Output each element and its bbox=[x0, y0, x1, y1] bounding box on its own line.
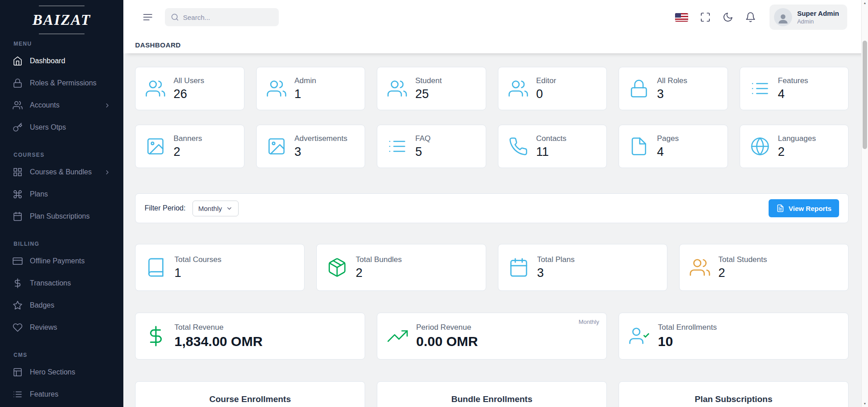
heart-icon bbox=[13, 323, 23, 332]
sidebar-item-features[interactable]: Features bbox=[6, 385, 117, 404]
topbar-actions: Super Admin Admin bbox=[675, 5, 847, 30]
stats-row-1: All Users 26 Admin 1 Student 25 Editor 0 bbox=[135, 67, 849, 110]
stats-row-3: Total Courses 1 Total Bundles 2 Total Pl… bbox=[135, 244, 849, 291]
sidebar-item-badges[interactable]: Badges bbox=[6, 296, 117, 315]
menu-icon bbox=[142, 12, 153, 23]
sidebar-item-courses-bundles[interactable]: Courses & Bundles bbox=[6, 163, 117, 182]
view-reports-button[interactable]: View Reports bbox=[769, 199, 839, 217]
sidebar-item-label: Plan Subscriptions bbox=[30, 212, 90, 220]
sidebar-item-label: Courses & Bundles bbox=[30, 168, 92, 176]
dark-mode-button[interactable] bbox=[723, 12, 733, 23]
stat-card-banners: Banners 2 bbox=[135, 125, 244, 168]
language-button[interactable] bbox=[675, 13, 688, 22]
sidebar-item-dashboard[interactable]: Dashboard bbox=[6, 51, 117, 70]
stat-value: 2 bbox=[778, 145, 816, 159]
stat-title: Pages bbox=[657, 134, 679, 143]
stat-title: FAQ bbox=[415, 134, 431, 143]
stat-card-pages: Pages 4 bbox=[619, 125, 728, 168]
notifications-button[interactable] bbox=[745, 12, 756, 23]
top-navbar: Super Admin Admin bbox=[123, 0, 868, 34]
sidebar-item-offline-payments[interactable]: Offline Payments bbox=[6, 252, 117, 271]
page-scrollbar[interactable]: ▲ ▼ bbox=[861, 0, 868, 407]
globe-icon bbox=[750, 136, 770, 156]
users-icon bbox=[387, 79, 407, 98]
dollar-icon bbox=[145, 326, 166, 346]
sidebar-item-plans[interactable]: Plans bbox=[6, 185, 117, 204]
image-icon bbox=[267, 136, 286, 156]
stat-title: Total Bundles bbox=[356, 255, 402, 264]
sidebar-item-label: Features bbox=[30, 390, 58, 398]
sidebar-item-hero-sections[interactable]: Hero Sections bbox=[6, 363, 117, 382]
user-role: Admin bbox=[797, 18, 839, 25]
stat-value: 26 bbox=[174, 87, 204, 101]
package-icon bbox=[327, 257, 347, 278]
sidebar-item-label: Roles & Permissions bbox=[30, 79, 97, 87]
stat-value: 2 bbox=[718, 266, 767, 280]
home-icon bbox=[13, 56, 23, 66]
sidebar-toggle-button[interactable] bbox=[142, 12, 153, 23]
sidebar-item-label: Transactions bbox=[30, 279, 71, 287]
stats-row-2: Banners 2 Advertisements 3 FAQ 5 Contact… bbox=[135, 125, 849, 168]
search-input[interactable] bbox=[183, 14, 273, 21]
chart-title: Plan Subscriptions bbox=[619, 394, 848, 404]
app-root: BAIZAT MENU Dashboard Roles & Permission… bbox=[0, 0, 868, 407]
user-menu[interactable]: Super Admin Admin bbox=[769, 5, 847, 30]
stat-title: Total Plans bbox=[537, 255, 575, 264]
brand-logo[interactable]: BAIZAT bbox=[39, 5, 84, 34]
sidebar-item-label: Reviews bbox=[30, 323, 57, 332]
key-icon bbox=[13, 122, 23, 132]
us-flag-icon bbox=[675, 13, 688, 22]
credit-card-icon bbox=[13, 256, 23, 266]
main-area: Super Admin Admin DASHBOARD All Users 26 bbox=[123, 0, 868, 407]
sidebar-item-label: Offline Payments bbox=[30, 257, 85, 265]
sidebar-item-transactions[interactable]: Transactions bbox=[6, 274, 117, 293]
stat-value: 1 bbox=[295, 87, 316, 101]
sidebar-item-accounts[interactable]: Accounts bbox=[6, 96, 117, 115]
filter-period-select[interactable]: Monthly bbox=[192, 201, 239, 216]
stat-card-all-roles: All Roles 3 bbox=[619, 67, 728, 110]
stat-value: 10 bbox=[658, 334, 717, 349]
stat-title: Banners bbox=[174, 134, 202, 143]
users-icon bbox=[690, 257, 710, 278]
stat-title: Editor bbox=[536, 76, 556, 85]
stat-title: Total Courses bbox=[174, 255, 221, 264]
stat-title: Student bbox=[415, 76, 442, 85]
fullscreen-button[interactable] bbox=[700, 12, 711, 23]
search-box[interactable] bbox=[165, 8, 279, 26]
sidebar-item-label: Plans bbox=[30, 190, 48, 198]
layout-icon bbox=[13, 367, 23, 377]
stat-value: 25 bbox=[415, 87, 442, 101]
stat-title: Period Revenue bbox=[416, 323, 478, 332]
stat-value: 3 bbox=[295, 145, 347, 159]
sidebar-item-reviews[interactable]: Reviews bbox=[6, 318, 117, 337]
calendar-icon bbox=[13, 211, 23, 221]
scroll-up-arrow[interactable]: ▲ bbox=[862, 1, 868, 5]
sidebar-item-plan-subscriptions[interactable]: Plan Subscriptions bbox=[6, 207, 117, 226]
file-text-icon bbox=[776, 204, 784, 212]
sidebar-item-label: Badges bbox=[30, 301, 54, 309]
stat-card-total-bundles: Total Bundles 2 bbox=[316, 244, 486, 291]
stat-card-features: Features 4 bbox=[740, 67, 849, 110]
scrollbar-thumb[interactable] bbox=[863, 41, 867, 149]
user-icon bbox=[777, 12, 789, 25]
stat-card-all-users: All Users 26 bbox=[135, 67, 244, 110]
users-icon bbox=[267, 79, 286, 98]
period-badge: Monthly bbox=[578, 318, 599, 325]
stat-card-editor: Editor 0 bbox=[498, 67, 607, 110]
dollar-icon bbox=[13, 278, 23, 288]
stat-card-student: Student 25 bbox=[377, 67, 486, 110]
users-icon bbox=[508, 79, 528, 98]
scroll-down-arrow[interactable]: ▼ bbox=[862, 402, 868, 406]
sidebar-item-users-otps[interactable]: Users Otps bbox=[6, 118, 117, 137]
list-icon bbox=[387, 136, 407, 156]
stat-title: Advertisements bbox=[295, 134, 347, 143]
stat-value: 2 bbox=[174, 145, 202, 159]
stat-value: 4 bbox=[657, 145, 679, 159]
users-icon bbox=[13, 100, 23, 110]
stat-title: All Roles bbox=[657, 76, 687, 85]
stat-card-faq: FAQ 5 bbox=[377, 125, 486, 168]
stat-card-contacts: Contacts 11 bbox=[498, 125, 607, 168]
list-icon bbox=[13, 389, 23, 399]
sidebar-item-roles-permissions[interactable]: Roles & Permissions bbox=[6, 74, 117, 93]
chart-card-course-enrollments: Course Enrollments bbox=[135, 381, 365, 407]
